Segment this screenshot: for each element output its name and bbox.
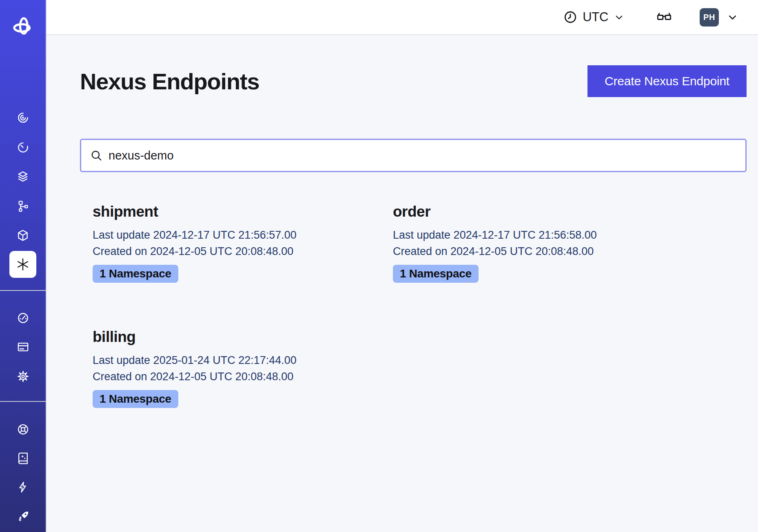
- timezone-label: UTC: [583, 10, 608, 24]
- endpoint-name: billing: [93, 328, 393, 346]
- endpoint-card-shipment[interactable]: shipment Last update 2024-12-17 UTC 21:5…: [93, 203, 393, 283]
- timer-icon[interactable]: [0, 135, 46, 160]
- eye-spiral-icon[interactable]: [0, 105, 46, 130]
- endpoint-last-update: Last update 2025-01-24 UTC 22:17:44.00: [93, 352, 393, 368]
- clock-icon: [563, 10, 577, 24]
- page-header: Nexus Endpoints Create Nexus Endpoint: [80, 65, 747, 97]
- namespace-preview-button[interactable]: [656, 9, 673, 25]
- namespace-count-badge: 1 Namespace: [93, 390, 178, 408]
- workflow-graph-icon[interactable]: [0, 194, 46, 218]
- sidebar-divider: [0, 401, 46, 402]
- top-bar: UTC PH: [47, 0, 758, 35]
- endpoint-created-on: Created on 2024-12-05 UTC 20:08:48.00: [93, 368, 393, 385]
- endpoint-grid: shipment Last update 2024-12-17 UTC 21:5…: [80, 203, 747, 408]
- layers-icon[interactable]: [0, 164, 46, 189]
- timezone-picker[interactable]: UTC: [563, 10, 625, 24]
- chevron-down-icon: [614, 12, 625, 23]
- endpoint-search: [80, 139, 747, 172]
- main-content: Nexus Endpoints Create Nexus Endpoint sh…: [47, 35, 758, 532]
- cube-icon[interactable]: [0, 223, 46, 248]
- search-input[interactable]: [109, 149, 736, 162]
- rocket-icon[interactable]: [0, 504, 46, 529]
- namespace-count-badge: 1 Namespace: [93, 265, 178, 283]
- sidebar-divider: [0, 290, 46, 291]
- gear-icon[interactable]: [0, 364, 46, 388]
- glasses-icon: [656, 9, 673, 25]
- lightning-icon[interactable]: [0, 475, 46, 499]
- endpoint-name: order: [393, 203, 693, 220]
- endpoint-last-update: Last update 2024-12-17 UTC 21:56:57.00: [93, 227, 393, 243]
- life-ring-icon[interactable]: [0, 417, 46, 441]
- temporal-logo[interactable]: [0, 16, 46, 38]
- sidebar: [0, 0, 47, 532]
- endpoint-last-update: Last update 2024-12-17 UTC 21:56:58.00: [393, 227, 693, 243]
- search-icon: [90, 149, 102, 162]
- gauge-icon[interactable]: [0, 306, 46, 330]
- endpoint-name: shipment: [93, 203, 393, 220]
- page-title: Nexus Endpoints: [80, 68, 259, 95]
- create-nexus-endpoint-button[interactable]: Create Nexus Endpoint: [587, 65, 747, 97]
- book-sparkles-icon[interactable]: [0, 446, 46, 470]
- nexus-asterisk-icon: [16, 257, 30, 272]
- endpoint-created-on: Created on 2024-12-05 UTC 20:08:48.00: [93, 243, 393, 259]
- namespace-count-badge: 1 Namespace: [393, 265, 479, 283]
- sidebar-item-nexus-active[interactable]: [9, 251, 36, 278]
- account-menu[interactable]: PH: [700, 8, 738, 27]
- avatar: PH: [700, 8, 719, 27]
- credit-card-icon[interactable]: [0, 335, 46, 359]
- endpoint-card-billing[interactable]: billing Last update 2025-01-24 UTC 22:17…: [93, 328, 393, 408]
- endpoint-card-order[interactable]: order Last update 2024-12-17 UTC 21:56:5…: [393, 203, 693, 283]
- endpoint-created-on: Created on 2024-12-05 UTC 20:08:48.00: [393, 243, 693, 259]
- chevron-down-icon: [727, 11, 738, 23]
